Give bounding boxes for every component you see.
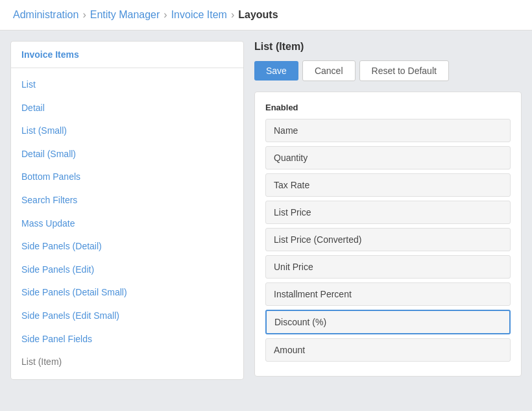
breadcrumb-invoice[interactable]: Invoice Item <box>171 9 227 21</box>
panel-title: List (Item) <box>254 41 522 53</box>
sidebar-nav-item[interactable]: Detail (Small) <box>11 143 243 166</box>
breadcrumb-sep-1: › <box>82 9 86 21</box>
field-item[interactable]: Amount <box>265 338 511 362</box>
main-content: Invoice Items ListDetailList (Small)Deta… <box>0 31 532 390</box>
page-wrapper: Administration › Entity Manager › Invoic… <box>0 0 532 411</box>
field-item[interactable]: List Price (Converted) <box>265 228 511 251</box>
right-panel: List (Item) Save Cancel Reset to Default… <box>254 41 522 380</box>
sidebar-nav-item[interactable]: Detail <box>11 97 243 120</box>
sidebar-nav-item[interactable]: Mass Update <box>11 212 243 236</box>
save-button[interactable]: Save <box>254 61 298 81</box>
sidebar-nav-item[interactable]: Search Filters <box>11 189 243 212</box>
field-item[interactable]: Quantity <box>265 146 511 169</box>
breadcrumb: Administration › Entity Manager › Invoic… <box>0 0 532 31</box>
sidebar-nav-item[interactable]: List (Item) <box>11 351 243 374</box>
sidebar-nav-item[interactable]: Side Panel Fields <box>11 328 243 351</box>
breadcrumb-entity[interactable]: Entity Manager <box>90 9 160 21</box>
fields-panel: Enabled NameQuantityTax RateList PriceLi… <box>254 92 522 377</box>
sidebar-nav-item[interactable]: List <box>11 73 243 97</box>
sidebar-nav-item[interactable]: Side Panels (Detail Small) <box>11 281 243 305</box>
field-item[interactable]: Tax Rate <box>265 173 511 197</box>
toolbar: Save Cancel Reset to Default <box>254 60 522 81</box>
field-item[interactable]: Name <box>265 119 511 142</box>
fields-list: NameQuantityTax RateList PriceList Price… <box>265 119 511 362</box>
breadcrumb-admin[interactable]: Administration <box>13 9 79 21</box>
breadcrumb-sep-2: › <box>163 9 167 21</box>
sidebar-nav-item[interactable]: Side Panels (Detail) <box>11 235 243 258</box>
breadcrumb-current: Layouts <box>238 9 278 21</box>
field-item[interactable]: Unit Price <box>265 255 511 279</box>
sidebar: Invoice Items ListDetailList (Small)Deta… <box>10 41 244 380</box>
breadcrumb-sep-3: › <box>231 9 234 21</box>
field-item[interactable]: List Price <box>265 201 511 224</box>
sidebar-nav-item[interactable]: Side Panels (Edit Small) <box>11 305 243 328</box>
reset-button[interactable]: Reset to Default <box>359 60 449 81</box>
sidebar-header: Invoice Items <box>11 42 243 68</box>
sidebar-nav-item[interactable]: Side Panels (Edit) <box>11 258 243 282</box>
sidebar-nav: ListDetailList (Small)Detail (Small)Bott… <box>11 68 243 379</box>
field-item[interactable]: Installment Percent <box>265 282 511 306</box>
field-item[interactable]: Discount (%) <box>265 310 511 334</box>
sidebar-nav-item[interactable]: List (Small) <box>11 119 243 143</box>
section-label: Enabled <box>265 103 511 112</box>
sidebar-nav-item[interactable]: Bottom Panels <box>11 166 243 189</box>
cancel-button[interactable]: Cancel <box>302 60 356 81</box>
